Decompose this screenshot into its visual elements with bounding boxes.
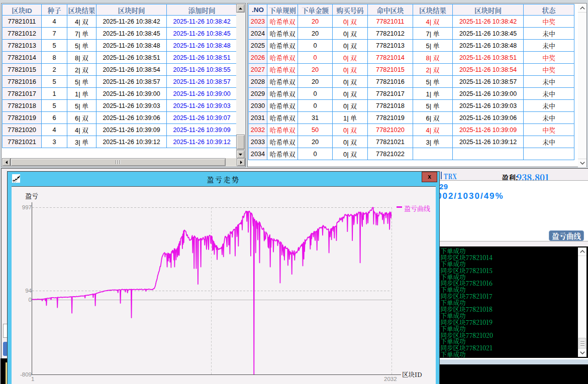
table-cell: 2025-11-26 10:38:51 — [96, 52, 167, 64]
window-titlebar[interactable]: 盈亏走势 x — [8, 172, 439, 186]
table-cell: 哈希单双 — [267, 112, 298, 124]
column-header[interactable]: 种子 — [42, 5, 67, 16]
table-row[interactable]: 7782102133| 单2025-11-26 10:39:122025-11-… — [3, 136, 237, 148]
scroll-down-button[interactable] — [236, 150, 245, 159]
table-cell: 哈希单双 — [267, 88, 298, 100]
table-cell: 0| 双 — [333, 16, 368, 28]
y-tick-0: 0 — [13, 297, 32, 303]
log-line: :同步区块77821021 — [439, 343, 588, 350]
column-header[interactable]: 下单金额 — [298, 5, 333, 16]
table-cell: 2025-11-26 10:38:57 — [167, 76, 237, 88]
column-header[interactable]: 区块时间 — [96, 5, 167, 16]
table-row[interactable]: 7782101655| 单2025-11-26 10:38:572025-11-… — [3, 76, 237, 88]
table-cell: 中奖 — [524, 16, 574, 28]
table-row[interactable]: 2032哈希单双500| 双778210204| 双2025-11-26 10:… — [249, 124, 574, 136]
table-cell: 2025-11-26 10:38:51 — [453, 52, 524, 64]
scroll-left-button[interactable] — [2, 158, 11, 166]
scroll-down-button[interactable] — [578, 159, 586, 167]
profit-curve-button[interactable]: 盈亏曲线 — [549, 230, 584, 241]
table-row[interactable]: 2025哈希单双00| 双778210135| 单2025-11-26 10:3… — [249, 40, 574, 52]
table-row[interactable]: 2024哈希单双200| 双778210127| 单2025-11-26 10:… — [249, 28, 574, 40]
table-cell: 2025-11-26 10:38:57 — [453, 76, 524, 88]
x-axis-title: 区块ID — [402, 370, 422, 379]
table-row[interactable]: 2031哈希单双311| 单778210196| 双2025-11-26 10:… — [249, 112, 574, 124]
table-row[interactable]: 2023哈希单双200| 双778210114| 双2025-11-26 10:… — [249, 16, 574, 28]
table-row[interactable]: 2026哈希单双00| 双778210148| 双2025-11-26 10:3… — [249, 52, 574, 64]
log-line: :下单成功 — [439, 285, 588, 292]
column-header[interactable]: 状态 — [524, 5, 574, 16]
table-cell: 0| 双 — [333, 148, 368, 160]
table-row[interactable]: 2030哈希单双00| 双778210185| 单2025-11-26 10:3… — [249, 100, 574, 112]
table-cell: 5 — [42, 76, 67, 88]
column-header[interactable]: 区块结果 — [67, 5, 96, 16]
vscroll-thumb[interactable] — [236, 135, 245, 150]
table-cell: 77821018 — [3, 100, 42, 112]
table-cell: 2025 — [249, 40, 267, 52]
scroll-right-button[interactable] — [237, 158, 245, 166]
table-cell: 4| 双 — [413, 16, 453, 28]
table-cell: 未中 — [524, 40, 574, 52]
table-row[interactable]: 7782101277| 单2025-11-26 10:38:452025-11-… — [3, 28, 237, 40]
hscroll-thumb[interactable] — [11, 158, 226, 166]
table-row[interactable]: 2029哈希单双00| 双778210171| 单2025-11-26 10:3… — [249, 88, 574, 100]
table-cell: 77821020 — [3, 124, 42, 136]
blocks-table-body: 7782101144| 双2025-11-26 10:38:422025-11-… — [3, 16, 237, 148]
table-cell: 2025-11-26 10:38:48 — [453, 40, 524, 52]
column-header[interactable]: 添加时间 — [167, 5, 237, 16]
table-row[interactable]: 7782102044| 双2025-11-26 10:39:092025-11-… — [3, 124, 237, 136]
column-header[interactable]: 命中区块 — [368, 5, 413, 16]
log-line: :同步区块77821014 — [439, 253, 588, 260]
column-header[interactable]: 下单规则 — [267, 5, 298, 16]
table-cell: 2025-11-26 10:39:09 — [453, 124, 524, 136]
grip-icon — [580, 341, 584, 346]
close-button[interactable]: x — [422, 172, 437, 182]
legend-line-swatch — [397, 206, 402, 208]
column-header[interactable]: .NO — [249, 5, 267, 16]
table-row[interactable]: 7782101522| 双2025-11-26 10:38:542025-11-… — [3, 64, 237, 76]
column-header[interactable]: 区块ID — [3, 5, 42, 16]
table-row[interactable]: 7782101966| 双2025-11-26 10:39:062025-11-… — [3, 112, 237, 124]
column-header[interactable]: 购买号码 — [333, 5, 368, 16]
table-row[interactable]: 2033哈希单双200| 双778210213| 单2025-11-26 10:… — [249, 136, 574, 148]
table-row[interactable]: 2027哈希单双200| 双778210152| 双2025-11-26 10:… — [249, 64, 574, 76]
orders-table-panel: .NO下单规则下单金额购买号码命中区块区块结果区块时间状态 2023哈希单双20… — [247, 3, 587, 167]
table-row[interactable]: 7782101855| 单2025-11-26 10:39:032025-11-… — [3, 100, 237, 112]
table-row[interactable]: 7782101355| 单2025-11-26 10:38:482025-11-… — [3, 40, 237, 52]
table-cell: 哈希单双 — [267, 76, 298, 88]
table-cell: 5| 单 — [413, 76, 453, 88]
log-console: :下单成功:同步区块77821014:下单成功:同步区块77821015:下单成… — [417, 246, 588, 358]
console-scrollbar[interactable] — [578, 247, 586, 357]
table-cell: 5| 单 — [413, 40, 453, 52]
log-line: :同步区块77821015 — [439, 266, 588, 273]
table-row[interactable]: 2028哈希单双200| 双778210165| 单2025-11-26 10:… — [249, 76, 574, 88]
scroll-down-button[interactable] — [578, 348, 586, 357]
column-header[interactable]: 区块时间 — [453, 5, 524, 16]
table-cell: 77821016 — [368, 76, 413, 88]
table-cell: 1| 单 — [413, 88, 453, 100]
scroll-up-button[interactable] — [236, 4, 245, 13]
grip-icon — [116, 160, 121, 164]
log-line: :同步区块77821018 — [439, 305, 588, 311]
table-row[interactable]: 2034哈希单双00| 双77821022 — [249, 148, 574, 160]
blocks-vscrollbar[interactable] — [236, 4, 245, 159]
profit-curve — [32, 202, 391, 374]
scroll-up-button[interactable] — [578, 247, 586, 256]
table-cell: 7 — [42, 28, 67, 40]
table-cell: 20 — [298, 136, 333, 148]
table-cell: 未中 — [524, 88, 574, 100]
table-cell: 哈希单双 — [267, 40, 298, 52]
table-row[interactable]: 7782101144| 双2025-11-26 10:38:422025-11-… — [3, 16, 237, 28]
chevron-up-icon — [580, 250, 585, 253]
table-cell: 2024 — [249, 28, 267, 40]
scroll-up-button[interactable] — [578, 4, 586, 13]
column-header[interactable]: 区块结果 — [413, 5, 453, 16]
table-cell: 77821014 — [3, 52, 42, 64]
table-cell: 8 — [42, 52, 67, 64]
orders-vscrollbar[interactable] — [578, 4, 586, 167]
table-cell: 2033 — [249, 136, 267, 148]
blocks-hscrollbar[interactable] — [2, 158, 245, 166]
scroll-thumb[interactable] — [578, 338, 586, 349]
table-row[interactable]: 7782101488| 双2025-11-26 10:38:512025-11-… — [3, 52, 237, 64]
table-row[interactable]: 7782101711| 单2025-11-26 10:39:002025-11-… — [3, 88, 237, 100]
table-cell: 2025-11-26 10:39:06 — [453, 112, 524, 124]
